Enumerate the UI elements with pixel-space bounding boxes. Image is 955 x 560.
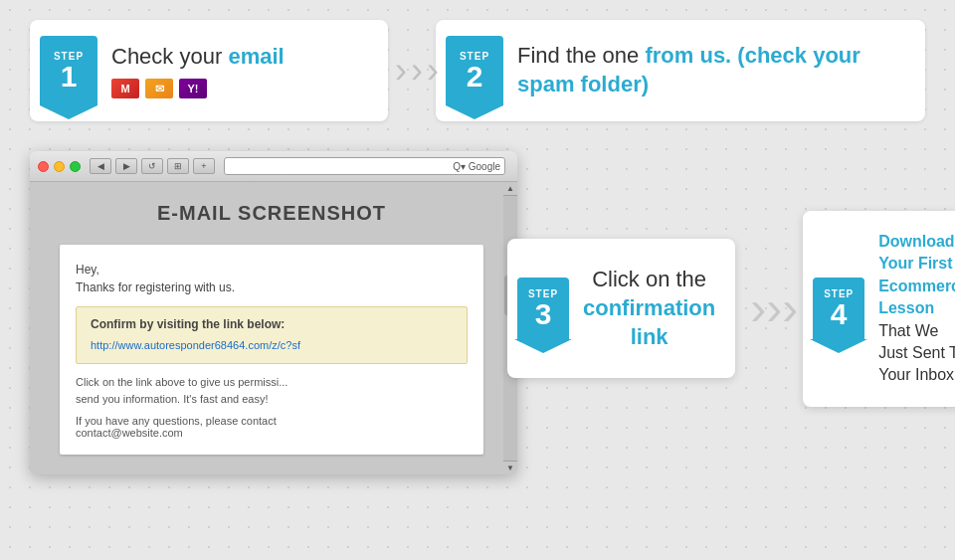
mail-icon[interactable]: ✉ xyxy=(145,79,173,98)
step-3-highlight: confirmation link xyxy=(583,295,715,349)
step-3-plain: Click on the xyxy=(592,267,706,291)
step-1-title-plain: Check your xyxy=(111,44,228,69)
traffic-light-green[interactable] xyxy=(70,161,81,172)
email-contact: If you have any questions, please contac… xyxy=(76,415,468,439)
yahoo-icon[interactable]: Y! xyxy=(179,79,207,98)
step-4-content: Download Your First Ecommerce Lesson Tha… xyxy=(878,231,955,387)
large-chevron-2: › xyxy=(766,284,782,332)
email-screenshot-title: E-MAIL SCREENSHOT xyxy=(60,202,483,225)
step-num-1: 1 xyxy=(61,62,78,92)
step-4-highlight: Download Your First Ecommerce Lesson xyxy=(878,233,955,316)
address-bar[interactable]: Q▾ Google xyxy=(224,157,505,175)
page-wrapper: STEP 1 Check your email M ✉ Y! › › › xyxy=(0,0,955,494)
step-badge-2: STEP 2 xyxy=(446,36,503,105)
home-button[interactable]: ⊞ xyxy=(167,158,189,174)
step-4-plain: That We Just Sent To Your Inbox xyxy=(878,322,955,384)
step-badge-3: STEP 3 xyxy=(517,278,569,339)
bottom-row: ◀ ▶ ↺ ⊞ + Q▾ Google E-MAIL SCREENSHOT He… xyxy=(30,151,925,474)
step-card-1: STEP 1 Check your email M ✉ Y! xyxy=(30,20,388,121)
step-2-content: Find the one from us. (check your spam f… xyxy=(517,42,905,98)
browser-content: E-MAIL SCREENSHOT Hey,Thanks for registe… xyxy=(30,182,503,474)
refresh-button[interactable]: ↺ xyxy=(141,158,163,174)
step-1-content: Check your email M ✉ Y! xyxy=(111,43,368,99)
step-3-title: Click on the confirmation link xyxy=(583,266,715,351)
email-confirm-heading: Confirm by visiting the link below: xyxy=(91,317,453,331)
email-icons: M ✉ Y! xyxy=(111,79,368,98)
traffic-light-red[interactable] xyxy=(38,161,49,172)
scrollbar-down-arrow[interactable]: ▼ xyxy=(503,461,517,474)
step-card-4: STEP 4 Download Your First Ecommerce Les… xyxy=(803,211,955,407)
arrow-divider-3-4: › › › xyxy=(750,284,798,332)
step-2-title-plain: Find the one xyxy=(517,43,645,68)
browser-mock: ◀ ▶ ↺ ⊞ + Q▾ Google E-MAIL SCREENSHOT He… xyxy=(30,151,517,474)
right-cards: STEP 3 Click on the confirmation link › … xyxy=(507,211,955,407)
step-num-4: 4 xyxy=(831,299,848,329)
chevron-2: › xyxy=(411,53,423,89)
arrow-divider-1-2: › › › xyxy=(393,20,441,121)
step-num-3: 3 xyxy=(535,299,552,329)
large-chevron-1: › xyxy=(750,284,766,332)
step-1-title: Check your email xyxy=(111,43,368,72)
step-num-2: 2 xyxy=(467,62,483,92)
step-4-title: Download Your First Ecommerce Lesson Tha… xyxy=(878,231,955,387)
step-1-title-highlight: email xyxy=(228,44,284,69)
email-greeting: Hey,Thanks for registering with us. xyxy=(76,261,468,296)
email-confirm-link[interactable]: http://www.autoresponder68464.com/z/c?sf xyxy=(91,339,300,351)
step-badge-1: STEP 1 xyxy=(40,36,97,105)
forward-button[interactable]: ▶ xyxy=(115,158,137,174)
browser-titlebar: ◀ ▶ ↺ ⊞ + Q▾ Google xyxy=(30,151,517,182)
back-button[interactable]: ◀ xyxy=(90,158,111,174)
traffic-light-yellow[interactable] xyxy=(54,161,65,172)
chevron-3: › xyxy=(427,53,439,89)
email-body-text: Click on the link above to give us permi… xyxy=(76,374,468,407)
email-confirm-box: Confirm by visiting the link below: http… xyxy=(76,306,468,364)
contact-email: contact@website.com xyxy=(76,427,183,439)
top-row: STEP 1 Check your email M ✉ Y! › › › xyxy=(30,20,925,121)
step-badge-4: STEP 4 xyxy=(813,278,864,339)
step-card-3: STEP 3 Click on the confirmation link xyxy=(507,239,735,378)
chevron-1: › xyxy=(395,53,407,89)
address-bar-text: Q▾ Google xyxy=(453,161,500,172)
step-card-2: STEP 2 Find the one from us. (check your… xyxy=(436,20,925,121)
step-3-content: Click on the confirmation link xyxy=(583,266,715,351)
browser-nav: ◀ ▶ ↺ ⊞ + xyxy=(90,158,215,174)
large-chevron-3: › xyxy=(782,284,798,332)
step-2-title: Find the one from us. (check your spam f… xyxy=(517,42,905,98)
new-tab-button[interactable]: + xyxy=(193,158,215,174)
email-body: Hey,Thanks for registering with us. Conf… xyxy=(60,245,483,455)
scrollbar-up-arrow[interactable]: ▲ xyxy=(503,182,517,196)
gmail-icon[interactable]: M xyxy=(111,79,139,98)
